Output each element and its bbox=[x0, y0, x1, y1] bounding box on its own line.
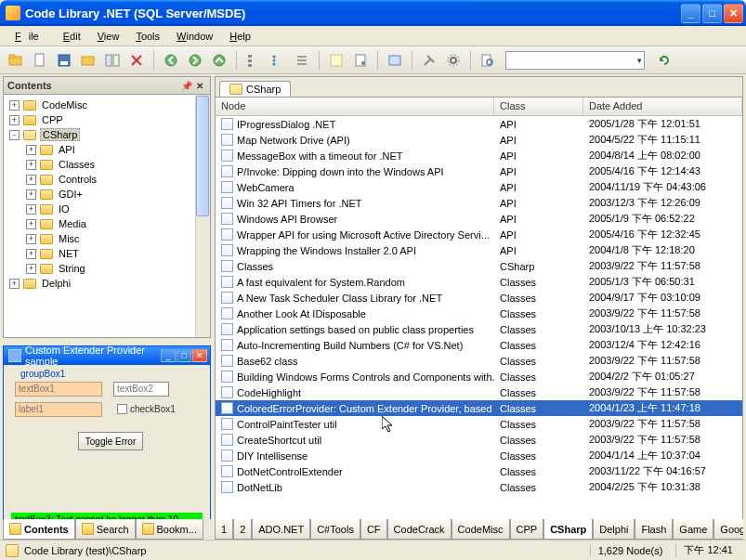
list-row[interactable]: Windows API Browser API2005/1/9 下午 06:52… bbox=[216, 211, 742, 227]
bottom-tab[interactable]: Bookm... bbox=[136, 519, 203, 540]
diff-icon[interactable] bbox=[102, 50, 123, 71]
list-row[interactable]: DotNetControlExtender Classes2003/11/22 … bbox=[216, 463, 742, 479]
toggle-error-button[interactable]: Toggle Error bbox=[78, 432, 143, 450]
tree-item[interactable]: + CodeMisc bbox=[6, 98, 208, 112]
list-row[interactable]: A fast equivalent for System.Random Clas… bbox=[216, 274, 742, 290]
list-row[interactable]: Auto-Incrementing Build Numbers (C# for … bbox=[216, 337, 742, 353]
menu-file[interactable]: File bbox=[7, 29, 54, 44]
expand-icon[interactable]: + bbox=[26, 175, 36, 185]
bullet-icon[interactable] bbox=[268, 50, 288, 71]
list-row[interactable]: Map Network Drive (API) API2004/5/22 下午 … bbox=[216, 132, 742, 148]
list-row[interactable]: P/Invoke: Dipping down into the Windows … bbox=[216, 163, 742, 179]
refresh-icon[interactable] bbox=[654, 50, 674, 71]
tree-item[interactable]: + API bbox=[6, 142, 208, 157]
red-x-icon[interactable] bbox=[126, 50, 147, 71]
expand-icon[interactable]: + bbox=[26, 160, 36, 170]
expand-icon[interactable]: + bbox=[26, 249, 36, 259]
expand-icon[interactable]: + bbox=[9, 100, 20, 111]
forward-arrow-icon[interactable] bbox=[185, 50, 205, 71]
bottom-tab[interactable]: CPP bbox=[510, 519, 544, 540]
tree-item[interactable]: + Media bbox=[6, 216, 208, 231]
col-node[interactable]: Node bbox=[216, 98, 494, 115]
list-row[interactable]: Classes CSharp2003/9/22 下午 11:57:58 bbox=[216, 258, 742, 274]
tree-view[interactable]: + CodeMisc+ CPP- CSharp+ API+ Classes+ C… bbox=[3, 95, 211, 338]
bottom-tab[interactable]: Flash bbox=[635, 519, 673, 540]
list-row[interactable]: A New Task Scheduler Class Library for .… bbox=[216, 290, 742, 306]
expand-icon[interactable]: + bbox=[26, 234, 36, 244]
preview-max-button[interactable]: □ bbox=[177, 349, 191, 362]
pin-icon[interactable]: 📌 bbox=[180, 81, 193, 91]
expand-icon[interactable]: + bbox=[26, 219, 36, 229]
menu-help[interactable]: Help bbox=[222, 29, 258, 44]
back-arrow-icon[interactable] bbox=[161, 50, 181, 71]
tree-item[interactable]: + Misc bbox=[6, 231, 208, 246]
tree-item[interactable]: + NET bbox=[6, 246, 208, 261]
list-row[interactable]: Application settings based on public cla… bbox=[216, 321, 742, 337]
col-class[interactable]: Class bbox=[494, 98, 583, 115]
tree-item[interactable]: + Delphi bbox=[6, 276, 208, 291]
expand-icon[interactable]: + bbox=[26, 145, 36, 155]
tree-item[interactable]: + CPP bbox=[6, 112, 208, 127]
list-row[interactable]: Another Look At IDisposable Classes2003/… bbox=[216, 306, 742, 321]
tree-item[interactable]: + Controls bbox=[6, 172, 208, 187]
tree-item[interactable]: - CSharp bbox=[6, 127, 208, 142]
capture-icon[interactable] bbox=[385, 50, 405, 71]
maximize-button[interactable]: □ bbox=[702, 4, 722, 23]
bottom-tab[interactable]: Delphi bbox=[593, 519, 635, 540]
tree-scrollbar[interactable] bbox=[195, 95, 210, 337]
menu-view[interactable]: View bbox=[90, 29, 127, 44]
tree-item[interactable]: + GDI+ bbox=[6, 187, 208, 202]
note-icon[interactable] bbox=[326, 50, 347, 71]
expand-icon[interactable]: + bbox=[9, 115, 20, 125]
folder-icon[interactable] bbox=[6, 50, 26, 71]
list-row[interactable]: CreateShortcut util Classes2003/9/22 下午 … bbox=[216, 432, 742, 448]
bottom-tab[interactable]: Contents bbox=[3, 519, 75, 540]
expand-icon[interactable]: + bbox=[9, 279, 20, 289]
menu-tools[interactable]: Tools bbox=[128, 29, 167, 44]
checkbox1[interactable]: checkBox1 bbox=[117, 404, 176, 414]
list-row[interactable]: Building Windows Forms Controls and Comp… bbox=[216, 369, 742, 384]
tree-item[interactable]: + Classes bbox=[6, 157, 208, 172]
search-combo[interactable] bbox=[505, 51, 645, 70]
preview-close-button[interactable]: ✕ bbox=[192, 349, 207, 362]
pane-close-icon[interactable]: ✕ bbox=[193, 81, 206, 91]
bottom-tab[interactable]: Search bbox=[75, 519, 136, 540]
expand-icon[interactable]: - bbox=[9, 130, 20, 140]
bottom-tab[interactable]: C#Tools bbox=[310, 519, 360, 540]
bottom-tab[interactable]: CF bbox=[360, 519, 387, 540]
attach-icon[interactable] bbox=[350, 50, 371, 71]
bottom-tab[interactable]: ADO.NET bbox=[252, 519, 310, 540]
gear-icon[interactable] bbox=[443, 50, 464, 71]
bottom-tab[interactable]: CodeMisc bbox=[452, 519, 510, 540]
tree-icon[interactable] bbox=[243, 50, 264, 71]
list-row[interactable]: WebCamera API2004/11/19 下午 04:43:06 bbox=[216, 179, 742, 195]
menu-window[interactable]: Window bbox=[169, 29, 220, 44]
preview-min-button[interactable]: _ bbox=[161, 349, 176, 362]
list-row[interactable]: ColoredErrorProvider: Custom Extender Pr… bbox=[216, 400, 742, 416]
expand-icon[interactable]: + bbox=[26, 264, 36, 274]
list-row[interactable]: Wrapper API for using Microsoft Active D… bbox=[216, 227, 742, 242]
up-arrow-icon[interactable] bbox=[209, 50, 229, 71]
bottom-tab[interactable]: CSharp bbox=[543, 519, 593, 540]
list-row[interactable]: CodeHighlight Classes2003/9/22 下午 11:57:… bbox=[216, 384, 742, 400]
col-date[interactable]: Date Added bbox=[583, 98, 742, 115]
minimize-button[interactable]: _ bbox=[681, 4, 700, 23]
list-row[interactable]: DIY Intellisense Classes2004/1/14 上午 10:… bbox=[216, 448, 742, 463]
list-row[interactable]: DotNetLib Classes2004/2/25 下午 10:31:38 bbox=[216, 479, 742, 495]
list-row[interactable]: MessageBox with a timeout for .NET API20… bbox=[216, 148, 742, 163]
tree-item[interactable]: + String bbox=[6, 261, 208, 276]
list-row[interactable]: ControlPaintTester util Classes2003/9/22… bbox=[216, 416, 742, 432]
list-row[interactable]: IProgressDialog .NET API2005/1/28 下午 12:… bbox=[216, 116, 742, 132]
main-tab-csharp[interactable]: CSharp bbox=[219, 81, 291, 97]
new-doc-icon[interactable] bbox=[30, 50, 50, 71]
list-row[interactable]: Wrapping the Windows Installer 2.0 API A… bbox=[216, 242, 742, 258]
bottom-tab[interactable]: Game bbox=[673, 519, 713, 540]
bottom-tab[interactable]: CodeCrack bbox=[387, 519, 452, 540]
bottom-tab[interactable]: 1 bbox=[215, 519, 233, 540]
expand-icon[interactable]: + bbox=[26, 189, 36, 200]
menu-edit[interactable]: Edit bbox=[56, 29, 88, 44]
textbox2[interactable]: textBox2 bbox=[113, 382, 169, 397]
save-icon[interactable] bbox=[54, 50, 74, 71]
tools-icon[interactable] bbox=[419, 50, 439, 71]
tree-item[interactable]: + IO bbox=[6, 202, 208, 216]
